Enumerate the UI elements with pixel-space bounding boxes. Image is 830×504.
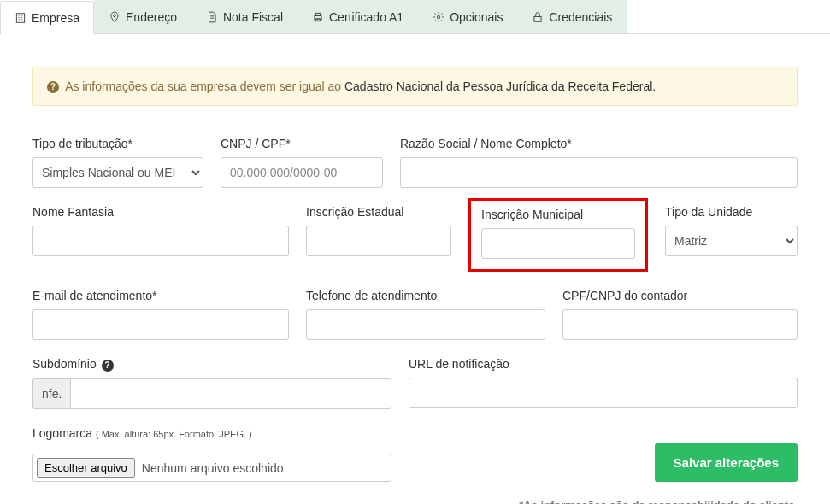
label-cpf-cnpj-contador: CPF/CNPJ do contador [562, 289, 798, 302]
label-nome-fantasia: Nome Fantasia [32, 205, 289, 219]
label-email-atendimento: E-mail de atendimento* [32, 289, 289, 302]
input-razao-social[interactable] [400, 157, 798, 188]
tab-nota-fiscal[interactable]: Nota Fiscal [191, 0, 297, 33]
label-inscricao-municipal: Inscrição Municipal [481, 208, 635, 221]
file-none-text: Nenhum arquivo escolhido [142, 461, 284, 475]
tab-label: Credenciais [549, 10, 612, 24]
gear-icon [433, 11, 444, 23]
printer-icon [312, 11, 324, 23]
input-cnpj-cpf[interactable] [221, 157, 383, 188]
label-subdominio: Subdomínio ? [32, 357, 391, 372]
select-tipo-unidade[interactable]: Matriz [665, 226, 798, 256]
save-button[interactable]: Salvar alterações [655, 443, 798, 482]
input-subdominio[interactable] [70, 378, 391, 409]
tab-label: Empresa [32, 11, 79, 25]
alert-text-a: As informações da sua empresa devem ser … [65, 79, 344, 93]
input-cpf-cnpj-contador[interactable] [562, 309, 798, 340]
pin-icon [109, 11, 121, 23]
tab-label: Certificado A1 [329, 10, 403, 24]
help-icon[interactable]: ? [102, 360, 114, 372]
input-url-notificacao[interactable] [409, 378, 798, 408]
label-logomarca: Logomarca ( Max. altura: 65px. Formato: … [32, 426, 391, 440]
document-icon [206, 11, 218, 23]
tab-content-empresa: ? As informações da sua empresa devem se… [0, 34, 830, 504]
label-cnpj-cpf: CNPJ / CPF* [221, 137, 383, 150]
tab-label: Opcionais [450, 10, 503, 24]
lock-icon [532, 11, 544, 23]
input-inscricao-estadual[interactable] [306, 226, 451, 256]
label-tipo-unidade: Tipo da Unidade [665, 205, 798, 219]
svg-rect-10 [315, 15, 321, 20]
tab-endereco[interactable]: Endereço [94, 0, 191, 33]
svg-rect-0 [16, 14, 24, 23]
svg-point-7 [114, 15, 116, 17]
label-razao-social: Razão Social / Nome Completo* [400, 137, 798, 150]
info-alert: ? As informações da sua empresa devem se… [32, 67, 798, 106]
input-telefone-atendimento[interactable] [306, 309, 545, 340]
tab-opcionais[interactable]: Opcionais [418, 0, 517, 33]
tab-label: Nota Fiscal [223, 10, 283, 24]
highlight-inscricao-municipal: Inscrição Municipal [468, 198, 648, 272]
select-tipo-tributacao[interactable]: Simples Nacional ou MEI [32, 157, 203, 188]
subdominio-prefix: nfe. [32, 378, 70, 409]
file-choose-button[interactable]: Escolher arquivo [37, 458, 135, 478]
question-circle-icon: ? [47, 81, 59, 93]
input-inscricao-municipal[interactable] [481, 228, 635, 259]
input-email-atendimento[interactable] [32, 309, 289, 340]
footer-note: *As informações são de responsabilidade … [32, 499, 798, 504]
svg-point-13 [437, 15, 440, 19]
tab-empresa[interactable]: Empresa [0, 1, 94, 34]
tab-bar: Empresa Endereço Nota Fiscal Certificado… [0, 0, 830, 34]
tab-certificado[interactable]: Certificado A1 [297, 0, 418, 33]
label-telefone-atendimento: Telefone de atendimento [306, 289, 545, 302]
label-inscricao-estadual: Inscrição Estadual [306, 205, 451, 219]
tab-label: Endereço [126, 10, 177, 24]
label-tipo-tributacao: Tipo de tributação* [32, 137, 203, 150]
tab-credenciais[interactable]: Credenciais [517, 0, 627, 33]
alert-text-b: Cadastro Nacional da Pessoa Jurídica da … [344, 79, 656, 93]
label-url-notificacao: URL de notificação [409, 357, 798, 371]
file-chooser-logomarca[interactable]: Escolher arquivo Nenhum arquivo escolhid… [32, 454, 391, 482]
input-nome-fantasia[interactable] [32, 226, 289, 256]
svg-rect-14 [534, 16, 541, 21]
svg-rect-11 [316, 13, 321, 15]
building-icon [15, 12, 26, 24]
